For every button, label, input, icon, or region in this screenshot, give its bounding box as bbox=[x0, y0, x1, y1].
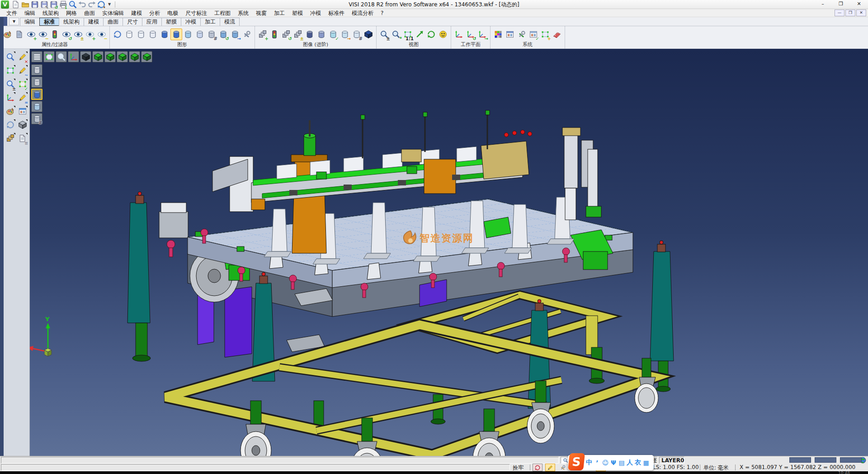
menu-item-加工[interactable]: 加工 bbox=[270, 9, 288, 17]
ime-person-icon[interactable]: 人 bbox=[626, 456, 634, 469]
ime-chinese-mode-icon[interactable]: 中 bbox=[585, 456, 593, 469]
open-file-icon[interactable] bbox=[20, 0, 30, 9]
layer-stack-tool[interactable] bbox=[5, 132, 16, 145]
zoom-extents-icon[interactable]: * bbox=[390, 28, 402, 40]
workplane-axis-icon[interactable] bbox=[453, 28, 465, 40]
view-face-icon[interactable] bbox=[437, 28, 449, 40]
new-file-icon[interactable] bbox=[11, 0, 20, 9]
print-preview-icon[interactable] bbox=[68, 0, 77, 9]
tab-曲面[interactable]: 曲面 bbox=[103, 18, 123, 26]
toggle-visibility-icon[interactable]: ± bbox=[72, 28, 84, 40]
ime-punctuation-icon[interactable]: ’ bbox=[593, 456, 601, 469]
menu-item-标准件[interactable]: 标准件 bbox=[325, 9, 348, 17]
translucent-cylinder-icon[interactable] bbox=[182, 28, 194, 40]
advanced-add-icon[interactable]: + bbox=[257, 28, 269, 40]
left-view-icon[interactable] bbox=[117, 51, 128, 62]
dynamic-shading-icon[interactable]: → bbox=[229, 28, 241, 40]
tab-尺寸[interactable]: 尺寸 bbox=[123, 18, 142, 26]
close-button[interactable]: ✕ bbox=[850, 0, 868, 9]
magic-select-icon[interactable] bbox=[545, 464, 555, 471]
solid-box-tool[interactable] bbox=[17, 118, 28, 131]
hide-entities-icon[interactable]: − bbox=[37, 28, 49, 40]
color-swatch-1[interactable] bbox=[789, 457, 811, 463]
delete-entity-tool[interactable]: ✕ bbox=[17, 51, 28, 63]
menu-item-网格[interactable]: 网格 bbox=[62, 9, 80, 17]
tab-冲模[interactable]: 冲模 bbox=[181, 18, 201, 26]
menu-item-实体编辑[interactable]: 实体编辑 bbox=[99, 9, 127, 17]
iso-view-icon[interactable] bbox=[80, 51, 91, 62]
grid-window-tool[interactable] bbox=[17, 105, 28, 118]
tab-加工[interactable]: 加工 bbox=[200, 18, 220, 26]
attribute-page-icon[interactable] bbox=[14, 28, 25, 40]
macro-session-icon[interactable]: • bbox=[96, 0, 106, 9]
fit-view-icon[interactable] bbox=[43, 51, 55, 62]
mesh-advanced-cylinder-icon[interactable]: # bbox=[351, 28, 363, 40]
tab-dropdown-button[interactable]: ▼ bbox=[9, 18, 19, 25]
striped-cylinder-icon[interactable] bbox=[316, 28, 327, 40]
grid-plane-icon[interactable] bbox=[551, 28, 563, 40]
tab-模流[interactable]: 模流 bbox=[220, 18, 240, 26]
menu-item-编辑[interactable]: 编辑 bbox=[21, 9, 39, 17]
ime-logo[interactable]: S bbox=[568, 453, 585, 470]
solid-cube-icon[interactable] bbox=[363, 28, 374, 40]
bottom-view-icon[interactable] bbox=[92, 51, 104, 62]
zoom-actual-icon[interactable]: 1:1 bbox=[402, 28, 414, 40]
dashed-hidden-cylinder-icon[interactable] bbox=[147, 28, 159, 40]
pick-hand-icon[interactable] bbox=[558, 464, 568, 471]
menu-item-分析[interactable]: 分析 bbox=[146, 9, 164, 17]
lock-label[interactable]: 拴牢 bbox=[513, 464, 524, 472]
menu-item-尺寸标注[interactable]: 尺寸标注 bbox=[182, 9, 211, 17]
reference-cylinder-icon[interactable]: → bbox=[339, 28, 351, 40]
zoom-inout-tool[interactable]: ± bbox=[5, 78, 16, 90]
hidden-line-cylinder-icon[interactable] bbox=[135, 28, 147, 40]
system-window-icon[interactable] bbox=[504, 28, 516, 40]
ime-skin-icon[interactable]: 衣 bbox=[634, 456, 642, 469]
validate-checkbox-tool[interactable]: ✓ bbox=[17, 78, 28, 90]
print-icon[interactable]: ↓ bbox=[58, 0, 68, 9]
menu-item-模流分析[interactable]: 模流分析 bbox=[348, 9, 377, 17]
front-view-icon[interactable] bbox=[141, 51, 152, 62]
tab-标准[interactable]: 标准 bbox=[39, 18, 59, 26]
menu-item-冲模[interactable]: 冲模 bbox=[307, 9, 325, 17]
tab-应用[interactable]: 应用 bbox=[142, 18, 162, 26]
viewport-menu-icon[interactable] bbox=[31, 51, 42, 62]
ime-emoji-icon[interactable]: ☺ bbox=[601, 456, 609, 469]
mesh-cylinder-icon[interactable]: # bbox=[206, 28, 217, 40]
regen-graphics-icon[interactable] bbox=[112, 28, 123, 40]
color-palette-icon[interactable] bbox=[492, 28, 504, 40]
advanced-traffic-icon[interactable] bbox=[269, 28, 280, 40]
update-shading-icon[interactable]: ↺ bbox=[217, 28, 229, 40]
tab-塑膜[interactable]: 塑膜 bbox=[161, 18, 181, 26]
modify-curve-tool[interactable]: ~ bbox=[17, 64, 28, 77]
menu-item-曲面[interactable]: 曲面 bbox=[80, 9, 99, 17]
menu-item-系统[interactable]: 系统 bbox=[234, 9, 252, 17]
advanced-refresh-icon[interactable]: ↺ bbox=[280, 28, 292, 40]
edit-curve-tool[interactable]: ≈ bbox=[17, 91, 28, 104]
selection-settings-icon[interactable]: + bbox=[539, 28, 551, 40]
tab-编辑[interactable]: 编辑 bbox=[20, 18, 40, 26]
pan-view-icon[interactable] bbox=[414, 28, 425, 40]
regen-visibility-icon[interactable]: ↺ bbox=[61, 28, 72, 40]
child-close-button[interactable]: ✕ bbox=[856, 9, 866, 16]
workplane-move-icon[interactable]: → bbox=[476, 28, 488, 40]
minimize-button[interactable]: – bbox=[814, 0, 832, 9]
menu-item-线架构[interactable]: 线架构 bbox=[39, 9, 62, 17]
rotate-view-icon[interactable] bbox=[425, 28, 437, 40]
menu-item-文件[interactable]: 文件 bbox=[3, 9, 21, 17]
color-swatch-3[interactable] bbox=[840, 457, 862, 463]
wireframe-mode-icon[interactable] bbox=[31, 64, 42, 76]
selection-zoom-tool[interactable] bbox=[5, 51, 16, 63]
child-minimize-button[interactable]: — bbox=[835, 9, 844, 16]
child-restore-button[interactable]: ❐ bbox=[845, 9, 855, 16]
no-rotation-icon[interactable] bbox=[533, 464, 542, 471]
qat-dropdown-button[interactable]: ▼ bbox=[106, 0, 113, 9]
color-swatch-2[interactable] bbox=[815, 457, 836, 463]
shaded-edges-mode-icon[interactable] bbox=[31, 101, 42, 112]
hide-all-icon[interactable]: − bbox=[96, 28, 108, 40]
wireframe-cylinder-icon[interactable] bbox=[123, 28, 135, 40]
axis-orientation-icon[interactable] bbox=[68, 51, 79, 62]
save-icon[interactable] bbox=[30, 0, 39, 9]
menu-item-塑模[interactable]: 塑模 bbox=[288, 9, 307, 17]
shaded-edges-cylinder-icon[interactable] bbox=[170, 28, 182, 40]
system-tools-icon[interactable] bbox=[516, 28, 528, 40]
